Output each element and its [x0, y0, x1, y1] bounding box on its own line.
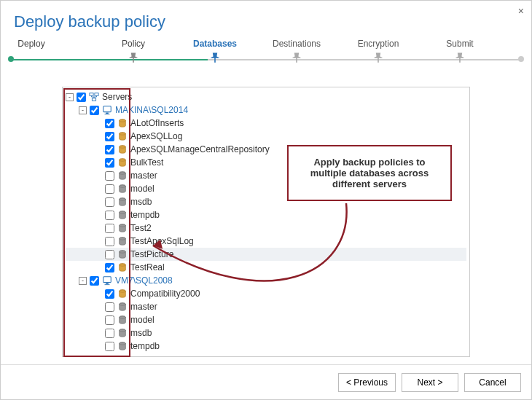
pin-icon: [372, 52, 385, 65]
tree-label: Test2: [130, 221, 152, 235]
step-start-dot: [8, 56, 14, 62]
pin-icon: [453, 52, 466, 65]
tree-label: tempdb: [130, 208, 160, 221]
tree-root-servers[interactable]: - Servers: [66, 90, 466, 103]
svg-rect-5: [105, 114, 110, 114]
database-icon: [117, 170, 128, 181]
tree-label: Servers: [102, 90, 132, 103]
tree-database[interactable]: tempdb: [66, 340, 466, 353]
tree-label: TestApexSqlLog: [130, 235, 194, 248]
step-label: Submit: [431, 39, 489, 52]
tree-label: ApexSQLLog: [130, 130, 182, 143]
collapse-icon[interactable]: -: [79, 277, 87, 285]
tree-checkbox[interactable]: [77, 93, 86, 102]
database-icon: [117, 144, 128, 154]
step-policy[interactable]: Policy: [104, 39, 163, 66]
step-deploy[interactable]: Deploy: [2, 39, 60, 52]
tree-database[interactable]: Compatibility2000: [66, 287, 466, 300]
tree-checkbox[interactable]: [105, 329, 114, 338]
annotation-callout: Apply backup policies to multiple databa…: [287, 145, 452, 201]
previous-button[interactable]: < Previous: [338, 373, 396, 392]
database-icon: [117, 184, 128, 194]
database-icon: [117, 341, 128, 351]
pin-icon: [208, 52, 222, 65]
step-label: Encryption: [349, 39, 407, 52]
server-icon: [102, 105, 112, 115]
tree-checkbox[interactable]: [105, 342, 114, 351]
tree-checkbox[interactable]: [105, 237, 114, 246]
tree-database[interactable]: TestReal: [66, 261, 466, 274]
collapse-icon[interactable]: -: [66, 93, 74, 101]
step-destinations[interactable]: Destinations: [267, 39, 326, 66]
tree-database[interactable]: tempdb: [66, 208, 466, 221]
close-icon[interactable]: ×: [518, 5, 524, 17]
collapse-icon[interactable]: -: [79, 106, 87, 114]
svg-rect-0: [90, 93, 93, 96]
database-icon: [117, 289, 128, 299]
next-button[interactable]: Next >: [402, 373, 458, 392]
tree-checkbox[interactable]: [105, 302, 114, 312]
tree-database[interactable]: TestPicture: [66, 248, 466, 261]
tree-label: msdb: [130, 326, 152, 340]
svg-rect-31: [106, 283, 109, 285]
step-label: Databases: [186, 39, 244, 52]
step-label: Destinations: [267, 39, 326, 52]
step-end-dot: [518, 56, 524, 62]
tree-checkbox[interactable]: [105, 158, 114, 168]
step-databases[interactable]: Databases: [186, 39, 244, 66]
svg-rect-4: [106, 113, 109, 114]
tree-label: master: [130, 169, 157, 182]
tree-server[interactable]: - VM7\SQL2008: [66, 274, 466, 287]
svg-rect-32: [105, 284, 110, 285]
step-submit[interactable]: Submit: [431, 39, 489, 66]
tree-label: model: [130, 182, 154, 195]
wizard-stepper: DeployPolicy Databases Destinations Encr…: [11, 39, 521, 74]
svg-rect-30: [103, 277, 112, 283]
database-icon: [117, 210, 128, 220]
database-icon: [117, 197, 128, 207]
tree-checkbox[interactable]: [105, 224, 114, 233]
database-icon: [117, 236, 128, 246]
svg-rect-2: [92, 98, 95, 101]
tree-label: ALotOfInserts: [130, 117, 184, 130]
tree-database[interactable]: Test2: [66, 221, 466, 235]
database-icon: [117, 157, 128, 168]
tree-checkbox[interactable]: [105, 119, 114, 128]
database-icon: [117, 262, 128, 272]
tree-database[interactable]: ApexSQLLog: [66, 130, 466, 143]
tree-database[interactable]: master: [66, 300, 466, 313]
tree-checkbox[interactable]: [105, 132, 114, 141]
tree-checkbox[interactable]: [105, 145, 114, 154]
tree-label: msdb: [130, 195, 152, 208]
tree-checkbox[interactable]: [105, 289, 114, 299]
tree-server[interactable]: - MAKINA\SQL2014: [66, 103, 466, 117]
database-icon: [117, 249, 128, 259]
tree-checkbox[interactable]: [105, 171, 114, 181]
pin-icon: [290, 52, 303, 65]
tree-label: Compatibility2000: [130, 287, 200, 300]
tree-checkbox[interactable]: [105, 315, 114, 325]
tree-checkbox[interactable]: [105, 211, 114, 220]
tree-label: MAKINA\SQL2014: [115, 103, 188, 117]
step-label: Deploy: [2, 39, 60, 52]
tree-database[interactable]: model: [66, 313, 466, 326]
tree-checkbox[interactable]: [105, 197, 114, 207]
tree-database[interactable]: TestApexSqlLog: [66, 235, 466, 248]
step-encryption[interactable]: Encryption: [349, 39, 407, 66]
database-icon: [117, 328, 128, 338]
tree-checkbox[interactable]: [90, 106, 99, 115]
tree-database[interactable]: msdb: [66, 326, 466, 340]
database-icon: [117, 223, 128, 233]
database-tree-container: - Servers- MAKINA\SQL2014 ALotOfInserts …: [62, 87, 470, 357]
tree-database[interactable]: ALotOfInserts: [66, 117, 466, 130]
database-tree[interactable]: - Servers- MAKINA\SQL2014 ALotOfInserts …: [63, 87, 469, 356]
tree-label: TestReal: [130, 261, 165, 274]
cancel-button[interactable]: Cancel: [464, 373, 521, 392]
tree-checkbox[interactable]: [90, 276, 99, 286]
tree-checkbox[interactable]: [105, 263, 114, 272]
tree-checkbox[interactable]: [105, 184, 114, 194]
tree-checkbox[interactable]: [105, 250, 114, 259]
tree-label: VM7\SQL2008: [115, 274, 173, 287]
server-icon: [102, 275, 112, 286]
svg-rect-3: [103, 106, 112, 112]
